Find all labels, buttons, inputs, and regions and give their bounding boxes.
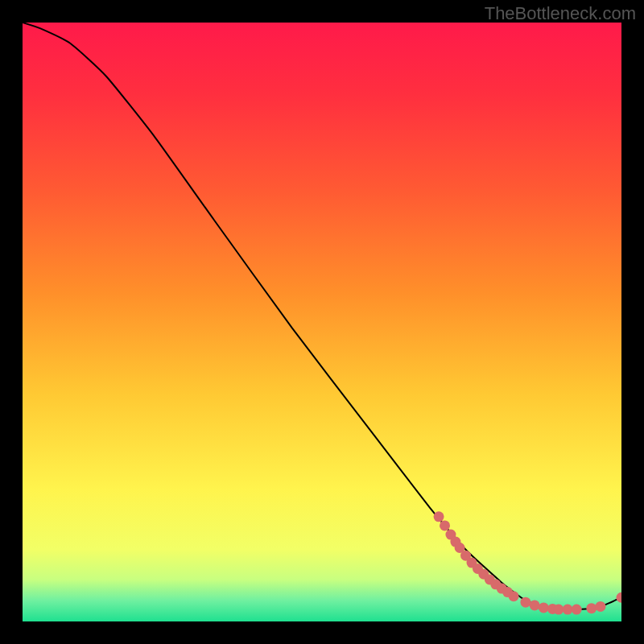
scatter-point	[572, 605, 582, 615]
scatter-point	[539, 602, 549, 613]
watermark-text: TheBottleneck.com	[485, 3, 636, 24]
scatter-point	[509, 591, 519, 601]
scatter-point	[563, 605, 573, 615]
chart-svg	[23, 23, 621, 621]
scatter-point	[434, 511, 444, 522]
scatter-point	[586, 603, 597, 613]
scatter-point	[553, 605, 564, 615]
chart-background-gradient	[23, 23, 621, 621]
scatter-point	[520, 597, 530, 608]
scatter-point	[440, 520, 450, 530]
scatter-point	[595, 601, 605, 612]
scatter-point	[530, 600, 540, 610]
chart-plot-area	[23, 23, 621, 621]
